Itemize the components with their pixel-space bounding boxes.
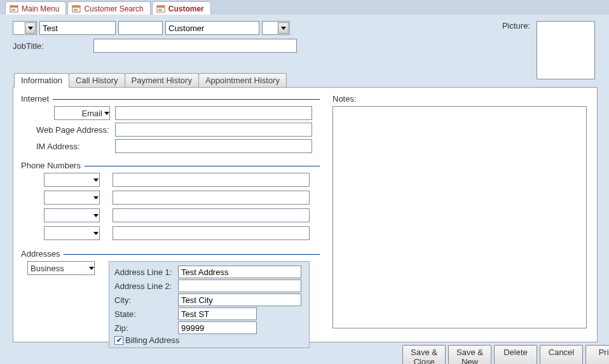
form-content: JobTitle: Picture: Information Call Hist… bbox=[0, 15, 609, 364]
picture-block: Picture: bbox=[502, 21, 595, 79]
notes-textarea[interactable] bbox=[332, 106, 587, 328]
email-type-combo[interactable]: Email bbox=[54, 106, 110, 120]
dropdown-button-icon bbox=[104, 112, 109, 115]
print-button[interactable]: Print bbox=[585, 345, 609, 364]
tab-call-history[interactable]: Call History bbox=[69, 73, 125, 87]
phone-type-combo[interactable] bbox=[44, 191, 100, 205]
window-tab-main-menu[interactable]: Main Menu bbox=[5, 1, 66, 15]
jobtitle-input[interactable] bbox=[93, 39, 297, 53]
picture-box[interactable] bbox=[537, 21, 595, 79]
save-close-button[interactable]: Save & Close bbox=[402, 345, 446, 364]
phone-input[interactable] bbox=[113, 208, 310, 222]
svg-rect-9 bbox=[157, 6, 165, 8]
email-type-value: Email bbox=[57, 109, 104, 118]
dropdown-button-icon bbox=[93, 214, 99, 217]
im-input[interactable] bbox=[115, 139, 312, 153]
tab-payment-history[interactable]: Payment History bbox=[125, 73, 199, 87]
phone-input[interactable] bbox=[113, 173, 310, 187]
im-label: IM Address: bbox=[21, 142, 115, 151]
svg-rect-5 bbox=[72, 6, 80, 8]
web-input[interactable] bbox=[115, 123, 312, 137]
address-type-combo[interactable]: Business bbox=[27, 261, 95, 275]
internet-fieldset: Internet Email Web Page Address: bbox=[21, 94, 320, 156]
phone-input[interactable] bbox=[113, 191, 310, 205]
window-tab-customer-search[interactable]: Customer Search bbox=[67, 1, 150, 15]
phone-type-combo[interactable] bbox=[44, 226, 100, 240]
svg-rect-11 bbox=[158, 10, 162, 11]
state-label: State: bbox=[114, 309, 178, 319]
city-label: City: bbox=[114, 295, 178, 305]
address-line2-input[interactable] bbox=[178, 280, 301, 292]
dropdown-button-icon bbox=[278, 22, 289, 34]
button-bar: Save & Close Save & New Delete Cancel Pr… bbox=[320, 345, 598, 364]
prefix-combo[interactable] bbox=[13, 21, 37, 35]
address-line1-input[interactable] bbox=[178, 266, 301, 278]
phone-type-combo[interactable] bbox=[44, 208, 100, 222]
email-input[interactable] bbox=[115, 106, 312, 120]
address-line1-label: Address Line 1: bbox=[114, 267, 178, 277]
svg-rect-3 bbox=[11, 10, 15, 11]
window-tab-label: Main Menu bbox=[22, 4, 59, 13]
dropdown-button-icon bbox=[25, 22, 36, 34]
phone-input[interactable] bbox=[113, 226, 310, 240]
check-icon: ✔ bbox=[116, 337, 122, 344]
svg-rect-10 bbox=[158, 9, 162, 10]
window-tab-bar: Main Menu Customer Search Customer bbox=[0, 0, 609, 15]
internet-legend: Internet bbox=[21, 94, 49, 104]
first-name-input[interactable] bbox=[39, 21, 116, 35]
city-input[interactable] bbox=[178, 293, 301, 306]
phone-type-combo[interactable] bbox=[44, 173, 100, 187]
dropdown-button-icon bbox=[93, 179, 99, 182]
form-icon bbox=[156, 4, 165, 13]
divider bbox=[53, 99, 320, 100]
phone-fieldset: Phone Numbers bbox=[21, 161, 320, 244]
billing-checkbox[interactable]: ✔ bbox=[114, 336, 123, 345]
notes-label: Notes: bbox=[332, 94, 589, 104]
sub-tab-bar: Information Call History Payment History… bbox=[13, 73, 598, 87]
form-icon bbox=[10, 4, 18, 13]
cancel-button[interactable]: Cancel bbox=[540, 345, 583, 364]
dropdown-button-icon bbox=[93, 232, 99, 235]
dropdown-button-icon bbox=[89, 267, 94, 270]
svg-rect-1 bbox=[10, 6, 18, 8]
window-tab-customer[interactable]: Customer bbox=[152, 1, 211, 15]
window-tab-label: Customer Search bbox=[84, 4, 143, 13]
notes-section: Notes: bbox=[332, 94, 589, 330]
tab-information[interactable]: Information bbox=[14, 73, 69, 88]
suffix-combo[interactable] bbox=[262, 21, 290, 35]
address-fieldset: Addresses Business Address Line 1: bbox=[21, 249, 320, 348]
jobtitle-label: JobTitle: bbox=[13, 41, 48, 51]
divider bbox=[64, 254, 320, 255]
web-label: Web Page Address: bbox=[21, 125, 115, 135]
zip-input[interactable] bbox=[178, 321, 257, 334]
billing-label: Billing Address bbox=[125, 335, 179, 345]
svg-rect-2 bbox=[11, 9, 15, 10]
zip-label: Zip: bbox=[114, 323, 178, 333]
address-type-value: Business bbox=[31, 264, 89, 273]
middle-name-input[interactable] bbox=[118, 21, 163, 35]
information-panel: Internet Email Web Page Address: bbox=[13, 87, 598, 342]
picture-label: Picture: bbox=[502, 21, 530, 30]
address-line2-label: Address Line 2: bbox=[114, 281, 178, 291]
address-legend: Addresses bbox=[21, 249, 60, 259]
divider bbox=[85, 166, 320, 166]
save-new-button[interactable]: Save & New bbox=[448, 345, 491, 364]
form-icon bbox=[72, 4, 81, 13]
last-name-input[interactable] bbox=[165, 21, 259, 35]
phone-legend: Phone Numbers bbox=[21, 161, 81, 170]
svg-rect-7 bbox=[74, 10, 78, 11]
tab-appointment-history[interactable]: Appointment History bbox=[198, 73, 287, 87]
state-input[interactable] bbox=[178, 307, 257, 320]
svg-rect-6 bbox=[74, 9, 78, 10]
delete-button[interactable]: Delete bbox=[494, 345, 537, 364]
address-box: Address Line 1: Address Line 2: City: bbox=[109, 261, 310, 348]
dropdown-button-icon bbox=[93, 196, 99, 199]
window-tab-label: Customer bbox=[168, 4, 204, 13]
